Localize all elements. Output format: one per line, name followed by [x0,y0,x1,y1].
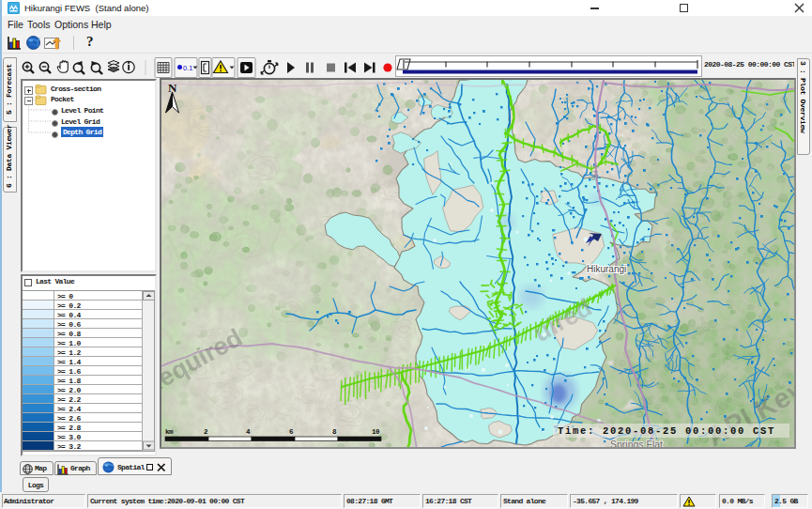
svg-text:Hikurangi: Hikurangi [587,264,626,274]
svg-text:SH 1: SH 1 [590,163,601,181]
svg-text:Springs Flat: Springs Flat [610,439,663,447]
svg-text:km: km [165,428,174,436]
svg-text:10: 10 [372,428,380,436]
svg-text:Time: 2020-08-25 00:00:00 CST: Time: 2020-08-25 00:00:00 CST [558,425,775,437]
svg-text:0.1: 0.1 [183,64,192,72]
